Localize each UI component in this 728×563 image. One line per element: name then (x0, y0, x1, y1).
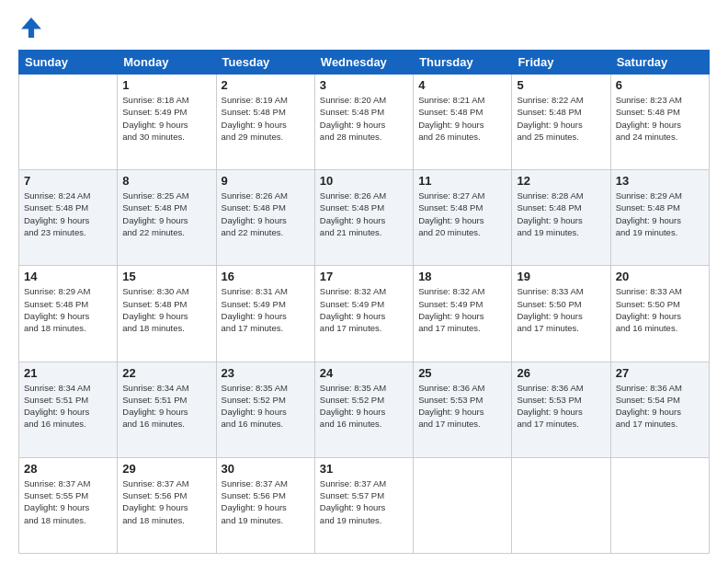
day-info: Sunrise: 8:28 AM Sunset: 5:48 PM Dayligh… (517, 190, 605, 238)
calendar-cell: 2Sunrise: 8:19 AM Sunset: 5:48 PM Daylig… (216, 75, 314, 170)
calendar-cell: 13Sunrise: 8:29 AM Sunset: 5:48 PM Dayli… (610, 170, 709, 266)
day-number: 12 (517, 174, 605, 188)
calendar-cell: 14Sunrise: 8:29 AM Sunset: 5:48 PM Dayli… (19, 266, 118, 362)
day-number: 5 (517, 78, 605, 92)
day-number: 26 (517, 366, 605, 380)
calendar-cell: 17Sunrise: 8:32 AM Sunset: 5:49 PM Dayli… (314, 266, 413, 362)
day-number: 31 (320, 462, 408, 476)
calendar-cell: 31Sunrise: 8:37 AM Sunset: 5:57 PM Dayli… (314, 457, 413, 553)
calendar-cell: 19Sunrise: 8:33 AM Sunset: 5:50 PM Dayli… (512, 266, 610, 362)
calendar-cell: 24Sunrise: 8:35 AM Sunset: 5:52 PM Dayli… (314, 362, 413, 457)
day-info: Sunrise: 8:31 AM Sunset: 5:49 PM Dayligh… (222, 285, 310, 334)
weekday-header-saturday: Saturday (610, 51, 709, 75)
calendar-cell: 12Sunrise: 8:28 AM Sunset: 5:48 PM Dayli… (512, 170, 610, 266)
logo-icon (18, 15, 44, 40)
calendar-cell: 26Sunrise: 8:36 AM Sunset: 5:53 PM Dayli… (512, 362, 610, 457)
day-info: Sunrise: 8:19 AM Sunset: 5:48 PM Dayligh… (222, 94, 310, 143)
day-info: Sunrise: 8:32 AM Sunset: 5:49 PM Dayligh… (320, 285, 408, 334)
day-number: 2 (222, 78, 310, 92)
calendar-week-3: 14Sunrise: 8:29 AM Sunset: 5:48 PM Dayli… (19, 266, 710, 362)
calendar-week-5: 28Sunrise: 8:37 AM Sunset: 5:55 PM Dayli… (19, 457, 710, 553)
calendar-week-2: 7Sunrise: 8:24 AM Sunset: 5:48 PM Daylig… (19, 170, 710, 266)
calendar-cell: 22Sunrise: 8:34 AM Sunset: 5:51 PM Dayli… (118, 362, 216, 457)
day-number: 11 (418, 174, 506, 188)
day-info: Sunrise: 8:24 AM Sunset: 5:48 PM Dayligh… (24, 190, 112, 238)
calendar-cell: 16Sunrise: 8:31 AM Sunset: 5:49 PM Dayli… (216, 266, 314, 362)
calendar-cell: 30Sunrise: 8:37 AM Sunset: 5:56 PM Dayli… (216, 457, 314, 553)
calendar-cell: 5Sunrise: 8:22 AM Sunset: 5:48 PM Daylig… (512, 75, 610, 170)
weekday-header-wednesday: Wednesday (314, 51, 413, 75)
calendar-cell: 8Sunrise: 8:25 AM Sunset: 5:48 PM Daylig… (118, 170, 216, 266)
day-number: 28 (24, 462, 112, 476)
day-info: Sunrise: 8:30 AM Sunset: 5:48 PM Dayligh… (122, 285, 210, 334)
svg-marker-0 (21, 17, 41, 38)
day-number: 22 (122, 366, 210, 380)
day-number: 17 (320, 270, 408, 283)
day-number: 18 (418, 270, 506, 283)
calendar-cell: 18Sunrise: 8:32 AM Sunset: 5:49 PM Dayli… (414, 266, 512, 362)
day-info: Sunrise: 8:37 AM Sunset: 5:55 PM Dayligh… (24, 477, 112, 526)
day-info: Sunrise: 8:35 AM Sunset: 5:52 PM Dayligh… (320, 382, 408, 431)
day-info: Sunrise: 8:27 AM Sunset: 5:48 PM Dayligh… (418, 190, 506, 238)
calendar-cell: 29Sunrise: 8:37 AM Sunset: 5:56 PM Dayli… (118, 457, 216, 553)
day-info: Sunrise: 8:33 AM Sunset: 5:50 PM Dayligh… (616, 285, 704, 334)
day-number: 9 (222, 174, 310, 188)
weekday-header-row: SundayMondayTuesdayWednesdayThursdayFrid… (19, 51, 710, 75)
day-info: Sunrise: 8:36 AM Sunset: 5:54 PM Dayligh… (616, 382, 704, 431)
day-info: Sunrise: 8:34 AM Sunset: 5:51 PM Dayligh… (24, 382, 112, 431)
calendar-cell (414, 457, 512, 553)
day-number: 4 (418, 78, 506, 92)
day-info: Sunrise: 8:37 AM Sunset: 5:56 PM Dayligh… (222, 477, 310, 526)
calendar-table: SundayMondayTuesdayWednesdayThursdayFrid… (18, 50, 710, 554)
calendar-cell: 27Sunrise: 8:36 AM Sunset: 5:54 PM Dayli… (610, 362, 709, 457)
day-number: 25 (418, 366, 506, 380)
day-number: 8 (122, 174, 210, 188)
weekday-header-tuesday: Tuesday (216, 51, 314, 75)
day-info: Sunrise: 8:18 AM Sunset: 5:49 PM Dayligh… (122, 94, 210, 143)
day-info: Sunrise: 8:26 AM Sunset: 5:48 PM Dayligh… (320, 190, 408, 238)
day-number: 10 (320, 174, 408, 188)
calendar-cell (19, 75, 118, 170)
calendar-cell (512, 457, 610, 553)
day-number: 15 (122, 270, 210, 283)
calendar-cell: 25Sunrise: 8:36 AM Sunset: 5:53 PM Dayli… (414, 362, 512, 457)
day-info: Sunrise: 8:23 AM Sunset: 5:48 PM Dayligh… (616, 94, 704, 143)
calendar-week-1: 1Sunrise: 8:18 AM Sunset: 5:49 PM Daylig… (19, 75, 710, 170)
day-number: 13 (616, 174, 704, 188)
calendar-cell: 21Sunrise: 8:34 AM Sunset: 5:51 PM Dayli… (19, 362, 118, 457)
day-info: Sunrise: 8:36 AM Sunset: 5:53 PM Dayligh… (418, 382, 506, 431)
page: SundayMondayTuesdayWednesdayThursdayFrid… (0, 0, 728, 563)
weekday-header-thursday: Thursday (414, 51, 512, 75)
calendar-week-4: 21Sunrise: 8:34 AM Sunset: 5:51 PM Dayli… (19, 362, 710, 457)
calendar-cell: 20Sunrise: 8:33 AM Sunset: 5:50 PM Dayli… (610, 266, 709, 362)
calendar-cell: 15Sunrise: 8:30 AM Sunset: 5:48 PM Dayli… (118, 266, 216, 362)
day-number: 1 (122, 78, 210, 92)
day-number: 20 (616, 270, 704, 283)
day-number: 29 (122, 462, 210, 476)
day-number: 19 (517, 270, 605, 283)
day-info: Sunrise: 8:22 AM Sunset: 5:48 PM Dayligh… (517, 94, 605, 143)
day-info: Sunrise: 8:36 AM Sunset: 5:53 PM Dayligh… (517, 382, 605, 431)
calendar-cell: 28Sunrise: 8:37 AM Sunset: 5:55 PM Dayli… (19, 457, 118, 553)
day-info: Sunrise: 8:29 AM Sunset: 5:48 PM Dayligh… (24, 285, 112, 334)
day-number: 23 (222, 366, 310, 380)
day-number: 3 (320, 78, 408, 92)
calendar-cell: 3Sunrise: 8:20 AM Sunset: 5:48 PM Daylig… (314, 75, 413, 170)
weekday-header-friday: Friday (512, 51, 610, 75)
day-number: 27 (616, 366, 704, 380)
header (18, 15, 710, 40)
weekday-header-sunday: Sunday (19, 51, 118, 75)
weekday-header-monday: Monday (118, 51, 216, 75)
logo (18, 15, 48, 40)
calendar-cell: 1Sunrise: 8:18 AM Sunset: 5:49 PM Daylig… (118, 75, 216, 170)
calendar-cell: 6Sunrise: 8:23 AM Sunset: 5:48 PM Daylig… (610, 75, 709, 170)
day-info: Sunrise: 8:29 AM Sunset: 5:48 PM Dayligh… (616, 190, 704, 238)
day-info: Sunrise: 8:26 AM Sunset: 5:48 PM Dayligh… (222, 190, 310, 238)
calendar-cell: 11Sunrise: 8:27 AM Sunset: 5:48 PM Dayli… (414, 170, 512, 266)
day-info: Sunrise: 8:25 AM Sunset: 5:48 PM Dayligh… (122, 190, 210, 238)
day-info: Sunrise: 8:20 AM Sunset: 5:48 PM Dayligh… (320, 94, 408, 143)
calendar-cell: 4Sunrise: 8:21 AM Sunset: 5:48 PM Daylig… (414, 75, 512, 170)
calendar-cell: 7Sunrise: 8:24 AM Sunset: 5:48 PM Daylig… (19, 170, 118, 266)
day-number: 7 (24, 174, 112, 188)
calendar-cell: 10Sunrise: 8:26 AM Sunset: 5:48 PM Dayli… (314, 170, 413, 266)
